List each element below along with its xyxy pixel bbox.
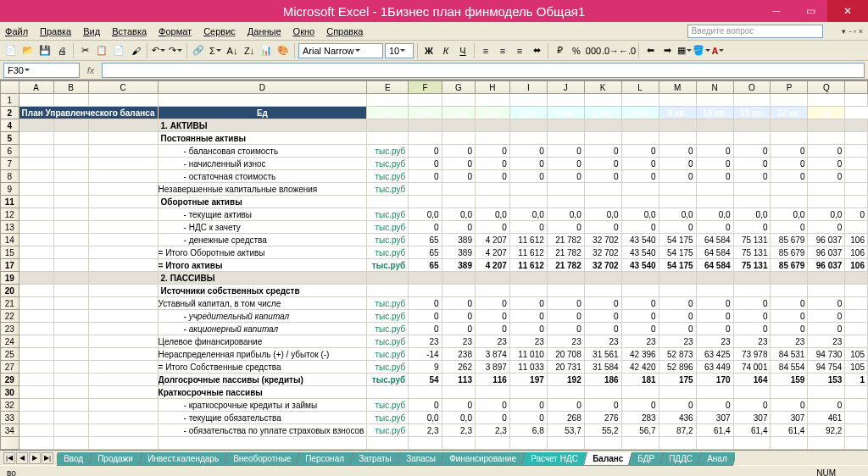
data-cell[interactable] — [845, 310, 868, 323]
row-header[interactable]: 5 — [1, 132, 19, 145]
data-cell[interactable]: 0 — [442, 310, 475, 323]
name-box[interactable]: F30 — [3, 63, 80, 78]
data-cell[interactable]: 307 — [733, 412, 771, 424]
tab-prev-icon[interactable]: ◀ — [16, 452, 28, 464]
data-cell[interactable]: 307 — [771, 412, 808, 424]
data-cell[interactable]: 389 — [442, 259, 475, 272]
data-cell[interactable]: 0 — [475, 399, 509, 412]
data-cell[interactable]: 84 531 — [771, 348, 808, 361]
data-cell[interactable]: 0 — [584, 170, 621, 183]
data-cell[interactable]: 105 — [845, 348, 868, 361]
data-cell[interactable]: 96 037 — [808, 246, 845, 259]
data-cell[interactable]: 42 420 — [621, 361, 659, 374]
data-cell[interactable]: 283 — [621, 412, 659, 424]
data-cell[interactable]: 181 — [621, 374, 659, 386]
menu-item[interactable]: Формат — [159, 26, 192, 36]
data-cell[interactable]: 2,3 — [409, 424, 442, 437]
data-cell[interactable]: 0 — [409, 158, 442, 170]
data-cell[interactable] — [409, 196, 442, 208]
data-cell[interactable] — [621, 386, 659, 399]
data-cell[interactable]: 23 — [808, 335, 845, 348]
font-size-selector[interactable]: 10 — [385, 43, 414, 58]
close-button[interactable]: ✕ — [827, 0, 868, 22]
menu-item[interactable]: Сервис — [203, 26, 236, 36]
data-cell[interactable] — [808, 119, 845, 132]
data-cell[interactable]: 6,8 — [509, 424, 547, 437]
data-cell[interactable]: 43 540 — [621, 259, 659, 272]
data-cell[interactable]: 0,0 — [442, 412, 475, 424]
row-header[interactable]: 23 — [1, 323, 19, 335]
row-header[interactable]: 14 — [1, 234, 19, 246]
data-cell[interactable] — [621, 132, 659, 145]
wb-minimize-icon[interactable]: ▾ — [842, 27, 846, 36]
data-cell[interactable]: 0 — [475, 323, 509, 335]
save-icon[interactable]: 💾 — [37, 43, 53, 58]
data-cell[interactable]: 32 702 — [584, 246, 621, 259]
data-cell[interactable]: 0 — [547, 399, 584, 412]
data-cell[interactable]: 20 731 — [547, 361, 584, 374]
data-cell[interactable] — [845, 170, 868, 183]
row-header[interactable]: 34 — [1, 424, 19, 437]
data-cell[interactable]: 23 — [547, 335, 584, 348]
data-cell[interactable]: 0,0 — [475, 208, 509, 221]
data-cell[interactable]: 87,2 — [659, 424, 696, 437]
data-cell[interactable]: 0 — [547, 158, 584, 170]
sheet-tab[interactable]: Баланс — [583, 452, 633, 466]
data-cell[interactable]: 0 — [584, 297, 621, 310]
data-cell[interactable]: 0 — [509, 399, 547, 412]
data-cell[interactable] — [475, 386, 509, 399]
row-header[interactable]: 27 — [1, 361, 19, 374]
data-cell[interactable]: 61,4 — [733, 424, 771, 437]
data-cell[interactable] — [442, 196, 475, 208]
data-cell[interactable]: 186 — [584, 374, 621, 386]
column-header[interactable]: M — [659, 81, 696, 94]
data-cell[interactable] — [409, 119, 442, 132]
data-cell[interactable]: 0 — [475, 170, 509, 183]
data-cell[interactable]: 2,3 — [442, 424, 475, 437]
data-cell[interactable] — [696, 386, 733, 399]
data-cell[interactable]: 436 — [659, 412, 696, 424]
data-cell[interactable]: 0,0 — [808, 208, 845, 221]
data-cell[interactable]: 0 — [845, 208, 868, 221]
data-cell[interactable]: 23 — [659, 335, 696, 348]
column-header[interactable]: L — [621, 81, 659, 94]
data-cell[interactable]: 159 — [771, 374, 808, 386]
column-header[interactable]: D — [158, 81, 367, 94]
data-cell[interactable] — [509, 132, 547, 145]
data-cell[interactable] — [621, 272, 659, 285]
data-cell[interactable]: 0 — [771, 297, 808, 310]
data-cell[interactable] — [442, 272, 475, 285]
data-cell[interactable]: 54 175 — [659, 259, 696, 272]
data-cell[interactable]: 0 — [409, 170, 442, 183]
menu-item[interactable]: Справка — [326, 26, 363, 36]
maximize-button[interactable]: ▭ — [793, 0, 827, 22]
data-cell[interactable]: 0 — [659, 170, 696, 183]
data-cell[interactable] — [442, 285, 475, 297]
data-cell[interactable]: 0 — [808, 145, 845, 158]
data-cell[interactable] — [845, 323, 868, 335]
sort-asc-icon[interactable]: A↓ — [225, 43, 240, 58]
tab-scroll-buttons[interactable]: |◀ ◀ ▶ ▶| — [0, 452, 57, 464]
data-cell[interactable]: 31 561 — [584, 348, 621, 361]
underline-icon[interactable]: Ч — [455, 43, 470, 58]
redo-icon[interactable]: ↷ — [168, 43, 183, 58]
sheet-tab[interactable]: Ввод — [57, 452, 92, 466]
data-cell[interactable]: 0 — [696, 170, 733, 183]
data-cell[interactable] — [808, 196, 845, 208]
data-cell[interactable]: 11 612 — [509, 246, 547, 259]
data-cell[interactable]: 0 — [475, 297, 509, 310]
data-cell[interactable]: 23 — [442, 335, 475, 348]
data-cell[interactable]: 2,3 — [475, 424, 509, 437]
data-cell[interactable]: 23 — [584, 335, 621, 348]
data-cell[interactable]: 0 — [733, 170, 771, 183]
data-cell[interactable] — [771, 272, 808, 285]
data-cell[interactable]: 32 702 — [584, 234, 621, 246]
data-cell[interactable]: 0 — [442, 158, 475, 170]
row-header[interactable]: 17 — [1, 259, 19, 272]
data-cell[interactable]: 0 — [621, 323, 659, 335]
data-cell[interactable] — [409, 386, 442, 399]
data-cell[interactable]: 0 — [621, 297, 659, 310]
row-header[interactable]: 22 — [1, 310, 19, 323]
increase-decimal-icon[interactable]: .0→ — [603, 43, 618, 58]
data-cell[interactable]: 32 702 — [584, 259, 621, 272]
